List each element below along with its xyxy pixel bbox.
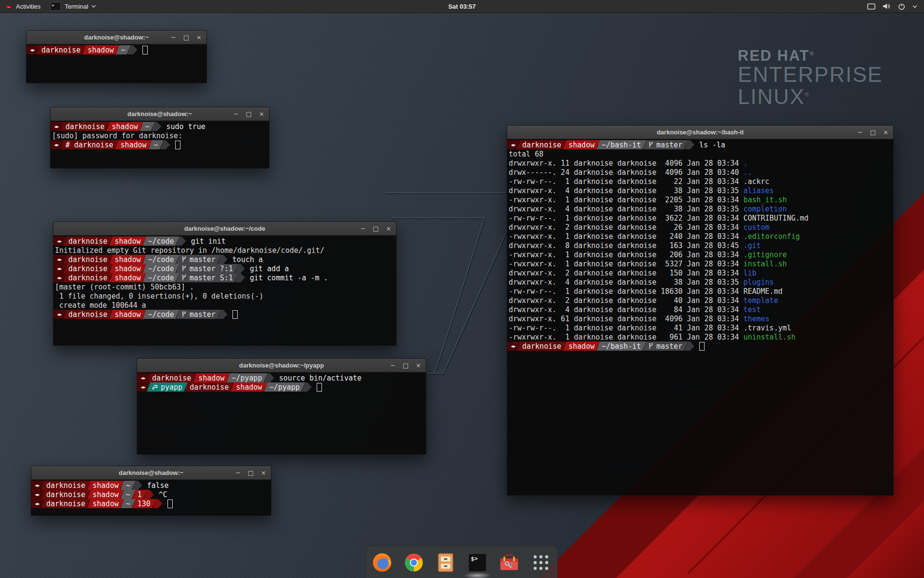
terminal-prompt-line: darknoiseshadow~/codemaster S:1git commi… [53,273,396,282]
app-menu-terminal[interactable]: > Terminal [45,0,101,13]
output-text: -rw-rw-r--. 1 darknoise darknoise 22 Jan… [509,177,744,186]
chrome-icon[interactable] [403,552,425,574]
close-button[interactable]: × [883,129,888,135]
output-text: Initialized empty Git repository in /hom… [55,246,324,255]
maximize-button[interactable]: □ [183,34,189,40]
terminal-content[interactable]: darknoiseshadow~ [26,44,206,83]
terminal-output-line: drwxrwxr-x. 8 darknoise darknoise 163 Ja… [507,241,893,250]
prompt-segment-path: ~/bash-it [596,342,646,351]
prompt-segment-path: ~/pyapp [264,382,305,392]
terminal-content[interactable]: darknoiseshadow~/codegit initInitialized… [53,236,396,345]
terminal-icon[interactable]: $> [466,552,488,574]
active-app-glow [463,572,491,578]
output-text: -rw-rw-r--. 1 darknoise darknoise 41 Jan… [509,324,744,332]
close-button[interactable]: × [259,111,264,117]
minimize-button[interactable]: − [360,225,366,232]
command-text: ^C [154,490,167,499]
prompt-segment-path: ~/code [142,273,179,282]
output-text: create mode 100644 a [55,301,146,310]
prompt-segment-path: ~/code [142,310,179,319]
maximize-button[interactable]: □ [870,129,876,135]
output-text: drwx------. 24 darknoise darknoise 4096 … [509,168,744,177]
prompt-segment-user: darknoise [36,45,86,54]
minimize-button[interactable]: − [858,129,863,135]
terminal-cursor [317,383,322,392]
prompt-segment-user: darknoise [41,481,90,490]
terminal-prompt-line: darknoiseshadow~sudo true [51,122,269,131]
terminal-output-line: -rw-rw-r--. 1 darknoise darknoise 41 Jan… [507,323,893,332]
terminal-content[interactable]: darknoiseshadow~sudo true[sudo] password… [51,121,269,168]
terminal-content[interactable]: darknoiseshadow~falsedarknoiseshadow~1^C… [31,480,271,515]
chevron-down-icon [912,5,917,8]
terminal-output-line: Initialized empty Git repository in /hom… [53,246,396,255]
close-button[interactable]: × [196,34,202,40]
window-buttons: −□× [171,31,202,44]
minimize-button[interactable]: − [390,362,396,368]
terminal-prompt-line: darknoiseshadow~130 [31,499,271,508]
terminal-content[interactable]: darknoiseshadow~/pyappsource bin/activat… [137,372,426,454]
window-buttons: −□× [390,359,421,372]
minimize-button[interactable]: − [233,111,239,117]
terminal-icon: > [50,2,61,11]
terminal-content[interactable]: darknoiseshadow~/bash-itmasterls -latota… [507,139,893,495]
app-grid-icon[interactable] [530,552,552,574]
prompt-segment-host: shadow [87,490,124,499]
output-text: .ackrc [744,177,770,186]
prompt-segment-host: shadow [106,122,143,131]
maximize-button[interactable]: □ [373,225,379,232]
app-menu-label: Terminal [64,3,88,10]
terminal-prompt-line: darknoiseshadow~/codemaster ?:1git add a [53,264,396,273]
output-text: drwxrwxr-x. 2 darknoise darknoise 40 Jan… [509,296,744,305]
toolbox-icon[interactable] [498,552,520,574]
close-button[interactable]: × [386,225,391,232]
output-text: themes [744,315,770,323]
prompt-segment-git: master [643,140,688,149]
close-button[interactable]: × [261,470,266,476]
terminal-prompt-line: darknoiseshadow~false [31,481,271,490]
firefox-icon[interactable] [371,552,393,574]
maximize-button[interactable]: □ [403,362,409,368]
window-titlebar[interactable]: darknoise@shadow:~−□× [51,107,269,121]
terminal-output-line: 1 file changed, 0 insertions(+), 0 delet… [53,291,396,301]
window-title: darknoise@shadow:~/code [53,222,396,235]
terminal-window: darknoise@shadow:~/code−□×darknoiseshado… [53,222,397,346]
window-title: darknoise@shadow:~/bash-it [507,126,893,139]
window-titlebar[interactable]: darknoise@shadow:~−□× [31,466,271,480]
window-titlebar[interactable]: darknoise@shadow:~/pyapp−□× [137,359,426,372]
maximize-button[interactable]: □ [248,470,254,476]
output-text: .editorconfig [744,232,800,241]
system-status-area[interactable] [863,0,921,13]
window-titlebar[interactable]: darknoise@shadow:~/code−□× [53,222,396,236]
close-button[interactable]: × [416,362,421,368]
prompt-segment-git: master [176,255,221,264]
output-text: README.md [744,287,783,296]
activities-label: Activities [16,3,40,10]
output-text: drwxrwxr-x. 11 darknoise darknoise 4096 … [509,159,744,168]
output-text: drwxrwxr-x. 8 darknoise darknoise 163 Ja… [509,241,744,250]
minimize-button[interactable]: − [235,470,241,476]
files-icon[interactable] [435,552,457,574]
terminal-output-line: drwxrwxr-x. 2 darknoise darknoise 150 Ja… [507,268,893,277]
output-text: lib [744,269,757,277]
window-titlebar[interactable]: darknoise@shadow:~/bash-it−□× [507,126,893,139]
output-text: -rw-rw-r--. 1 darknoise darknoise 3622 J… [509,214,744,223]
command-text: git init [186,236,226,246]
terminal-prompt-line: darknoiseshadow~/pyappsource bin/activat… [137,373,426,382]
terminal-prompt-line: darknoiseshadow~/bash-itmasterls -la [507,140,893,149]
terminal-output-line: drwxrwxr-x. 4 darknoise darknoise 38 Jan… [507,277,893,287]
prompt-segment-user: darknoise [517,140,566,149]
maximize-button[interactable]: □ [246,111,252,117]
activities-button[interactable]: Activities [0,0,45,13]
window-buttons: −□× [858,126,888,139]
terminal-output-line: [sudo] password for darknoise: [51,131,269,140]
window-titlebar[interactable]: darknoise@shadow:~−□× [26,31,206,44]
prompt-segment-host: shadow [231,382,267,392]
output-text: -rw-rw-r--. 1 darknoise darknoise 18630 … [509,287,744,296]
display-icon [867,3,875,10]
prompt-segment-git: master [176,310,221,319]
prompt-segment-user: darknoise [63,310,113,319]
terminal-output-line: drwxrwxr-x. 4 darknoise darknoise 38 Jan… [507,186,893,195]
minimize-button[interactable]: − [171,34,176,40]
clock[interactable]: Sat 03:57 [448,3,475,10]
output-text: test [744,305,761,314]
